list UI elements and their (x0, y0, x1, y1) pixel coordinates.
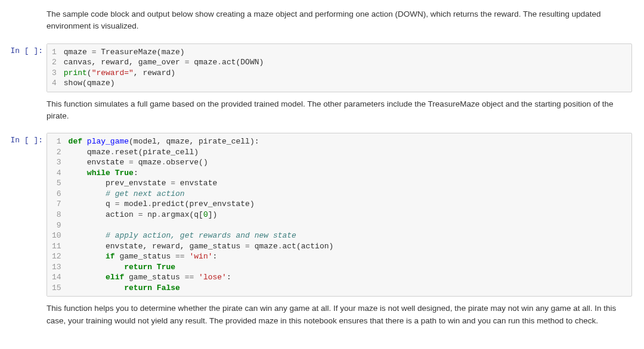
code-line: qmaze.reset(pirate_cell) (69, 147, 627, 158)
code-line: prev_envstate = envstate (69, 178, 627, 189)
code-body[interactable]: def play_game(model, qmaze, pirate_cell)… (66, 133, 631, 296)
code-line: return False (69, 283, 627, 294)
input-prompt[interactable]: In [ ]: (0, 43, 47, 92)
markdown-text: The sample code block and output below s… (47, 7, 632, 39)
line-number: 2 (52, 147, 61, 158)
line-number: 8 (52, 210, 61, 220)
code-line: q = model.predict(prev_envstate) (69, 199, 627, 210)
code-line: return True (69, 262, 627, 273)
markdown-cell: This function simulates a full game base… (0, 95, 644, 131)
code-line: print("reward=", reward) (64, 68, 627, 79)
line-number: 1 (52, 47, 57, 58)
code-editor[interactable]: 1 2 3 4 qmaze = TreasureMaze(maze)canvas… (47, 43, 632, 92)
code-line: action = np.argmax(q[0]) (69, 210, 627, 220)
prompt-empty (0, 97, 47, 129)
markdown-cell: This function helps you to determine whe… (0, 299, 644, 335)
cell-content: 1 2 3 4 5 6 7 8 9 10 11 12 13 14 15 def … (47, 133, 644, 297)
code-line: show(qmaze) (64, 78, 627, 89)
code-line: # get next action (69, 189, 627, 200)
code-line: qmaze = TreasureMaze(maze) (64, 47, 627, 58)
input-prompt[interactable]: In [ ]: (0, 133, 47, 297)
line-number: 3 (52, 68, 57, 79)
code-cell: In [ ]: 1 2 3 4 qmaze = TreasureMaze(maz… (0, 41, 644, 95)
line-number: 6 (52, 189, 61, 200)
line-number: 2 (52, 57, 57, 68)
line-number: 11 (52, 241, 61, 252)
code-body[interactable]: qmaze = TreasureMaze(maze)canvas, reward… (61, 44, 631, 92)
prompt-empty (0, 7, 47, 39)
cell-content: 1 2 3 4 qmaze = TreasureMaze(maze)canvas… (47, 43, 644, 92)
cell-content: This function helps you to determine whe… (47, 301, 644, 333)
cell-content: This function simulates a full game base… (47, 97, 644, 129)
code-editor[interactable]: 1 2 3 4 5 6 7 8 9 10 11 12 13 14 15 def … (47, 133, 632, 297)
code-line: if game_status == 'win': (69, 251, 627, 262)
markdown-text: This function helps you to determine whe… (47, 301, 632, 333)
code-line: def play_game(model, qmaze, pirate_cell)… (69, 136, 627, 147)
line-number: 4 (52, 78, 57, 89)
code-line: while True: (69, 168, 627, 179)
line-number: 1 (52, 136, 61, 147)
line-number: 14 (52, 272, 61, 283)
markdown-cell: The sample code block and output below s… (0, 5, 644, 41)
code-line (69, 220, 627, 231)
code-line: # apply action, get rewards and new stat… (69, 230, 627, 241)
line-number: 4 (52, 168, 61, 179)
line-gutter: 1 2 3 4 (47, 44, 61, 92)
code-cell: In [ ]: 1 2 3 4 5 6 7 8 9 10 11 12 13 14… (0, 130, 644, 299)
line-gutter: 1 2 3 4 5 6 7 8 9 10 11 12 13 14 15 (47, 133, 66, 296)
code-line: envstate = qmaze.observe() (69, 157, 627, 168)
line-number: 7 (52, 199, 61, 210)
cell-content: The sample code block and output below s… (47, 7, 644, 39)
line-number: 13 (52, 262, 61, 273)
code-line: elif game_status == 'lose': (69, 272, 627, 283)
code-line: envstate, reward, game_status = qmaze.ac… (69, 241, 627, 252)
markdown-text: This function simulates a full game base… (47, 97, 632, 129)
code-line: canvas, reward, game_over = qmaze.act(DO… (64, 57, 627, 68)
line-number: 9 (52, 220, 61, 231)
prompt-empty (0, 301, 47, 333)
line-number: 12 (52, 251, 61, 262)
line-number: 10 (52, 230, 61, 241)
line-number: 5 (52, 178, 61, 189)
line-number: 3 (52, 157, 61, 168)
line-number: 15 (52, 283, 61, 294)
